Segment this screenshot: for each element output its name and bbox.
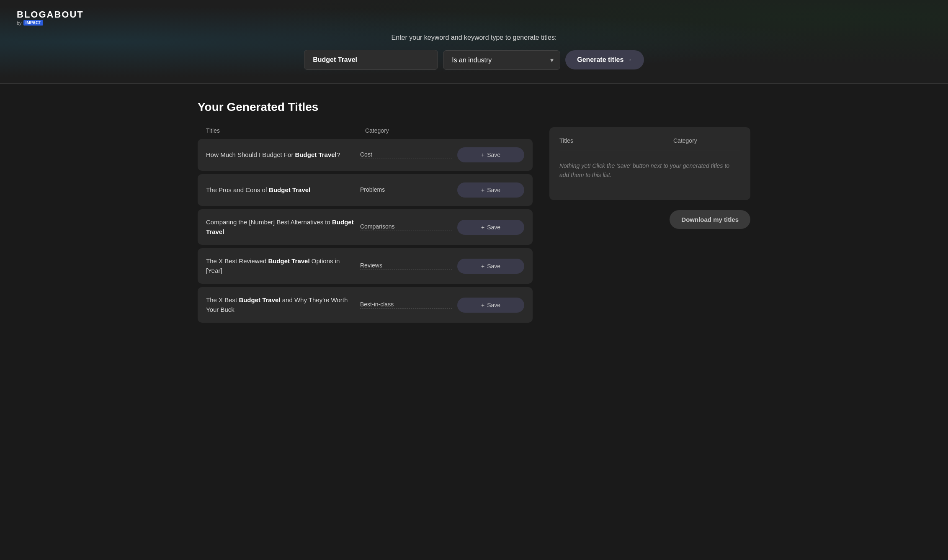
- save-label-4: Save: [487, 263, 500, 270]
- table-row: The Pros and Cons of Budget Travel Probl…: [198, 174, 533, 206]
- save-icon-1: +: [481, 152, 484, 158]
- save-label-1: Save: [487, 152, 500, 158]
- col-header-titles: Titles: [206, 127, 365, 134]
- save-icon-5: +: [481, 302, 484, 308]
- table-row: Comparing the [Number] Best Alternatives…: [198, 209, 533, 245]
- keyword-input[interactable]: [304, 50, 438, 70]
- category-label-3: Comparisons: [360, 223, 452, 231]
- save-icon-2: +: [481, 187, 484, 193]
- logo-by-label: by: [17, 21, 22, 26]
- logo-name: BLOGABOUT: [17, 10, 931, 19]
- download-button[interactable]: Download my titles: [670, 210, 750, 229]
- section-title: Your Generated Titles: [198, 100, 750, 114]
- save-button-4[interactable]: + Save: [457, 259, 524, 274]
- category-label-1: Cost: [360, 151, 452, 159]
- col-header-action: [457, 127, 524, 134]
- impact-badge: IMPACT: [23, 20, 44, 26]
- saved-col-category: Category: [673, 137, 740, 144]
- table-row: The X Best Budget Travel and Why They're…: [198, 287, 533, 323]
- save-button-2[interactable]: + Save: [457, 182, 524, 198]
- title-text-3: Comparing the [Number] Best Alternatives…: [206, 218, 355, 236]
- table-row: The X Best Reviewed Budget Travel Option…: [198, 248, 533, 284]
- save-icon-3: +: [481, 224, 484, 231]
- header-content: Enter your keyword and keyword type to g…: [17, 34, 931, 70]
- save-icon-4: +: [481, 263, 484, 270]
- download-button-label: Download my titles: [681, 216, 739, 223]
- category-label-2: Problems: [360, 186, 452, 194]
- main-content: Your Generated Titles Titles Category Ho…: [181, 84, 767, 339]
- logo-area: BLOGABOUT by IMPACT: [17, 10, 931, 26]
- keyword-type-select[interactable]: Is an industry Is a topic Is a person Is…: [443, 50, 560, 70]
- header-subtitle: Enter your keyword and keyword type to g…: [392, 34, 557, 41]
- save-label-2: Save: [487, 187, 500, 193]
- saved-column-headers: Titles Category: [559, 137, 740, 151]
- title-text-1: How Much Should I Budget For Budget Trav…: [206, 150, 355, 160]
- saved-titles-box: Titles Category Nothing yet! Click the '…: [549, 127, 750, 200]
- title-text-2: The Pros and Cons of Budget Travel: [206, 185, 355, 195]
- keyword-type-wrapper: Is an industry Is a topic Is a person Is…: [443, 50, 560, 70]
- title-text-4: The X Best Reviewed Budget Travel Option…: [206, 257, 355, 275]
- save-button-5[interactable]: + Save: [457, 298, 524, 313]
- header-controls: Is an industry Is a topic Is a person Is…: [304, 50, 644, 70]
- generate-button[interactable]: Generate titles →: [565, 50, 644, 69]
- logo-by: by IMPACT: [17, 20, 931, 26]
- category-label-4: Reviews: [360, 262, 452, 270]
- saved-titles-panel: Titles Category Nothing yet! Click the '…: [549, 127, 750, 323]
- category-label-5: Best-in-class: [360, 301, 452, 309]
- titles-column-headers: Titles Category: [198, 127, 533, 139]
- header: BLOGABOUT by IMPACT Enter your keyword a…: [0, 0, 948, 84]
- save-button-1[interactable]: + Save: [457, 147, 524, 162]
- table-row: How Much Should I Budget For Budget Trav…: [198, 139, 533, 171]
- content-grid: Titles Category How Much Should I Budget…: [198, 127, 750, 323]
- save-button-3[interactable]: + Save: [457, 220, 524, 235]
- generate-button-label: Generate titles →: [577, 56, 632, 64]
- save-label-5: Save: [487, 302, 500, 308]
- saved-empty-message: Nothing yet! Click the 'save' button nex…: [559, 151, 740, 190]
- save-label-3: Save: [487, 224, 500, 231]
- col-header-category: Category: [365, 127, 457, 134]
- title-rows-list: How Much Should I Budget For Budget Trav…: [198, 139, 533, 323]
- saved-col-titles: Titles: [559, 137, 673, 144]
- title-text-5: The X Best Budget Travel and Why They're…: [206, 295, 355, 314]
- generated-titles-panel: Titles Category How Much Should I Budget…: [198, 127, 533, 323]
